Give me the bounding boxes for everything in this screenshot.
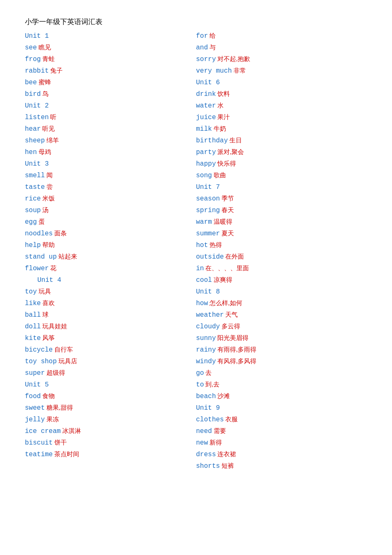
chinese-translation: 听见 bbox=[41, 125, 55, 132]
list-item: very much 非常 bbox=[196, 65, 359, 77]
chinese-translation: 帮助 bbox=[41, 242, 55, 248]
english-word: frog bbox=[25, 56, 41, 63]
english-word: bird bbox=[25, 90, 41, 98]
english-word: flower bbox=[25, 265, 49, 272]
english-word: water bbox=[196, 102, 216, 110]
english-word: very much bbox=[196, 67, 232, 75]
chinese-translation: 糖果,甜得 bbox=[45, 404, 73, 411]
chinese-translation: 需要 bbox=[212, 428, 226, 434]
list-item: ball 球 bbox=[25, 309, 188, 321]
english-word: how bbox=[196, 300, 208, 307]
chinese-translation: 站起来 bbox=[57, 253, 77, 260]
english-word: beach bbox=[196, 393, 216, 400]
list-item: food 食物 bbox=[25, 391, 188, 402]
chinese-translation: 闻 bbox=[45, 172, 53, 178]
english-word: summer bbox=[196, 230, 220, 237]
english-word: go bbox=[196, 369, 204, 377]
list-item: milk 牛奶 bbox=[196, 123, 359, 135]
list-item: how 怎么样,如何 bbox=[196, 298, 359, 309]
page-title: 小学一年级下英语词汇表 bbox=[25, 17, 367, 29]
list-item: listen 听 bbox=[25, 112, 188, 123]
english-word: noodles bbox=[25, 230, 53, 237]
list-item: party 派对,聚会 bbox=[196, 147, 359, 158]
english-word: sunny bbox=[196, 335, 216, 342]
english-word: kite bbox=[25, 335, 41, 342]
english-word: drink bbox=[196, 90, 216, 98]
list-item: Unit 7 bbox=[196, 181, 359, 193]
list-item: weather 天气 bbox=[196, 309, 359, 321]
list-item: song 歌曲 bbox=[196, 170, 359, 181]
chinese-translation: 尝 bbox=[45, 183, 53, 190]
list-item: sheep 绵羊 bbox=[25, 135, 188, 147]
list-item: happy 快乐得 bbox=[196, 158, 359, 170]
chinese-translation: 花 bbox=[49, 265, 57, 271]
english-word: bicycle bbox=[25, 346, 53, 354]
english-word: clothes bbox=[196, 416, 224, 423]
english-word: new bbox=[196, 439, 208, 447]
chinese-translation: 天气 bbox=[224, 311, 238, 318]
english-word: rabbit bbox=[25, 67, 49, 75]
list-item: frog 青蛙 bbox=[25, 54, 188, 65]
chinese-translation: 对不起,抱歉 bbox=[216, 56, 251, 62]
chinese-translation: 汤 bbox=[41, 207, 49, 213]
list-item: bicycle 自行车 bbox=[25, 344, 188, 356]
english-word: spring bbox=[196, 207, 220, 214]
list-item: rice 米饭 bbox=[25, 193, 188, 205]
list-item: doll 玩具娃娃 bbox=[25, 321, 188, 333]
english-word: help bbox=[25, 242, 41, 249]
english-word: toy shop bbox=[25, 358, 57, 365]
chinese-translation: 沙滩 bbox=[216, 393, 230, 399]
list-item: kite 风筝 bbox=[25, 333, 188, 344]
english-word: food bbox=[25, 393, 41, 400]
list-item: Unit 1 bbox=[25, 30, 188, 42]
list-item: Unit 3 bbox=[25, 158, 188, 170]
list-item: water 水 bbox=[196, 100, 359, 112]
chinese-translation: 短裤 bbox=[220, 462, 234, 469]
list-item: warm 温暖得 bbox=[196, 216, 359, 228]
chinese-translation: 玩具 bbox=[37, 288, 51, 295]
list-item: Unit 8 bbox=[196, 286, 359, 298]
list-item: summer 夏天 bbox=[196, 228, 359, 240]
unit-label: Unit 7 bbox=[196, 183, 220, 191]
english-word: in bbox=[196, 265, 204, 272]
chinese-translation: 温暖得 bbox=[212, 218, 232, 225]
chinese-translation: 青蛙 bbox=[41, 56, 55, 62]
english-word: rice bbox=[25, 195, 41, 203]
english-word: outside bbox=[196, 253, 224, 261]
english-word: stand up bbox=[25, 253, 57, 261]
chinese-translation: 茶点时间 bbox=[53, 451, 79, 457]
chinese-translation: 喜欢 bbox=[41, 300, 55, 306]
list-item: sunny 阳光美眉得 bbox=[196, 333, 359, 344]
chinese-translation: 热得 bbox=[208, 242, 222, 248]
chinese-translation: 与 bbox=[208, 44, 216, 51]
list-item: beach 沙滩 bbox=[196, 391, 359, 402]
english-word: sheep bbox=[25, 137, 45, 144]
list-item: dress 连衣裙 bbox=[196, 449, 359, 460]
english-word: rainy bbox=[196, 346, 216, 354]
list-item: for 给 bbox=[196, 30, 359, 42]
english-word: toy bbox=[25, 288, 37, 296]
list-item: sorry 对不起,抱歉 bbox=[196, 54, 359, 65]
chinese-translation: 球 bbox=[41, 311, 49, 318]
chinese-translation: 牛奶 bbox=[212, 125, 226, 132]
chinese-translation: 到,去 bbox=[204, 381, 220, 388]
chinese-translation: 怎么样,如何 bbox=[208, 300, 242, 306]
list-item: go 去 bbox=[196, 367, 359, 379]
chinese-translation: 兔子 bbox=[49, 67, 63, 74]
english-word: milk bbox=[196, 125, 212, 133]
english-word: egg bbox=[25, 218, 37, 226]
list-item: Unit 4 bbox=[25, 274, 188, 286]
list-item: Unit 2 bbox=[25, 100, 188, 112]
list-item: smell 闻 bbox=[25, 170, 188, 181]
unit-label: Unit 8 bbox=[196, 288, 220, 296]
chinese-translation: 快乐得 bbox=[216, 160, 236, 167]
content-wrapper: Unit 1see 瞧见frog 青蛙rabbit 兔子bee 蜜蜂bird 鸟… bbox=[25, 30, 367, 472]
english-word: sorry bbox=[196, 56, 216, 63]
list-item: Unit 9 bbox=[196, 402, 359, 414]
chinese-translation: 在外面 bbox=[224, 253, 244, 260]
chinese-translation: 饮料 bbox=[216, 90, 230, 97]
list-item: rainy 有雨得,多雨得 bbox=[196, 344, 359, 356]
page-container: 小学一年级下英语词汇表 Unit 1see 瞧见frog 青蛙rabbit 兔子… bbox=[25, 17, 367, 472]
list-item: flower 花 bbox=[25, 263, 188, 274]
list-item: Unit 6 bbox=[196, 77, 359, 88]
